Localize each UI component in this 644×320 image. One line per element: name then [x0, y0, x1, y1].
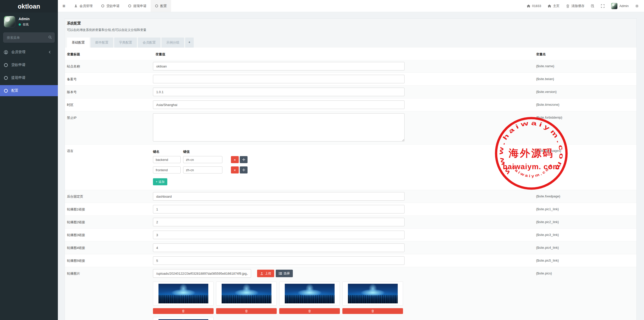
trash-icon — [371, 309, 374, 313]
tab-base-config[interactable]: 基础配置 — [67, 38, 90, 48]
config-row-pic4-link: 轮播图4链接{$site.pic4_link} — [65, 241, 636, 254]
row-title: 轮播图4链接 — [65, 241, 153, 254]
navbar-right: 01833 主页 清除缓存 Admin — [524, 0, 644, 12]
tab-email-config[interactable]: 邮件配置 — [91, 38, 113, 48]
circle-icon — [4, 89, 8, 93]
site-name-input[interactable] — [153, 62, 405, 70]
upload-icon — [260, 272, 263, 275]
delete-image-button[interactable] — [153, 308, 214, 314]
pic2-link-input[interactable] — [153, 218, 405, 226]
timezone-input[interactable] — [153, 100, 405, 109]
config-row-pic1-link: 轮播图1链接{$site.pic1_link} — [65, 203, 636, 216]
delete-language-row-button[interactable]: × — [231, 156, 239, 163]
user-name: Admin — [19, 17, 30, 21]
list-icon — [279, 272, 282, 275]
user-status: 在线 — [19, 22, 30, 27]
pic1-link-input[interactable] — [153, 205, 405, 214]
circle-icon — [128, 4, 131, 8]
settings-button[interactable] — [632, 0, 642, 12]
upload-button[interactable]: 上传 — [257, 270, 274, 277]
pic3-link-input[interactable] — [153, 231, 405, 239]
carousel-image-thumbnail — [153, 317, 214, 320]
variable-name-label: {$site.name} — [536, 64, 554, 68]
move-language-row-button[interactable] — [240, 156, 248, 163]
row-title: 轮播图2链接 — [65, 216, 153, 229]
sidebar-item-member-management[interactable]: 会员管理 — [0, 47, 58, 58]
append-language-button[interactable]: +追加 — [153, 178, 167, 185]
variable-title-label: 时区 — [67, 103, 73, 107]
variable-title-label: 版本号 — [67, 90, 77, 94]
sidebar-item-loan-application[interactable]: 贷款申请 — [0, 59, 58, 70]
carousel-image-thumbnail — [342, 281, 403, 306]
move-icon — [242, 158, 245, 161]
pic5-link-input[interactable] — [153, 256, 405, 265]
fixed-page-input[interactable] — [153, 192, 405, 201]
sidebar-menu: 会员管理贷款申请提现申请配置 — [0, 47, 58, 96]
trash-icon — [308, 309, 311, 313]
fullscreen-icon — [601, 4, 605, 8]
variable-title-label: 轮播图5链接 — [67, 259, 85, 263]
language-icon — [591, 4, 594, 8]
clear-cache-button[interactable]: 清除缓存 — [563, 0, 588, 12]
language-value-input[interactable] — [183, 156, 222, 163]
sidebar-item-configuration[interactable]: 配置 — [0, 85, 58, 96]
circle-icon — [101, 4, 104, 8]
row-title: 语言 — [65, 145, 153, 190]
move-icon — [242, 168, 245, 171]
variable-name-label: {$site.forbiddenip} — [536, 116, 562, 119]
row-title: 轮播图1链接 — [65, 203, 153, 216]
sidebar-toggle-button[interactable]: ≡ — [58, 0, 70, 12]
language-value-input[interactable] — [183, 166, 222, 173]
fullscreen-button[interactable] — [598, 0, 608, 12]
admin-menu[interactable]: Admin — [608, 0, 632, 12]
user-icon — [74, 4, 77, 8]
delete-language-row-button[interactable]: × — [231, 166, 239, 173]
sidebar-item-withdrawal-application[interactable]: 提现申请 — [0, 72, 58, 83]
row-value — [153, 98, 529, 111]
topbar-tab-member-management[interactable]: 会员管理 — [70, 0, 97, 12]
row-value: 键名键值××+追加 — [153, 145, 529, 190]
delete-image-button[interactable] — [216, 308, 277, 314]
row-value: 上传选择 — [153, 267, 529, 320]
topbar-tab-label: 提现申请 — [133, 4, 146, 8]
homepage-link[interactable]: 主页 — [544, 0, 563, 12]
sidebar-item-label: 会员管理 — [11, 50, 25, 54]
variable-name-label: {$site.beian} — [536, 77, 554, 81]
move-language-row-button[interactable] — [240, 166, 248, 173]
site-id-link[interactable]: 01833 — [524, 0, 544, 12]
avatar — [611, 3, 618, 9]
row-varname: {$site.pic4_link} — [529, 241, 636, 254]
key-header-label: 键名 — [153, 150, 183, 154]
pic4-link-input[interactable] — [153, 243, 405, 252]
user-circle-icon — [4, 50, 8, 54]
forbidden-ip-textarea[interactable] — [153, 113, 405, 141]
thumbnail-item — [342, 281, 403, 314]
tab-dictionary-config[interactable]: 字典配置 — [114, 38, 137, 48]
choose-button[interactable]: 选择 — [276, 270, 293, 277]
config-row-forbidden-ip: 禁止IP{$site.forbiddenip} — [65, 111, 636, 145]
thumbnail-item — [153, 281, 214, 314]
language-key-input[interactable] — [153, 156, 181, 163]
topbar-tab-loan-application[interactable]: 贷款申请 — [97, 0, 124, 12]
language-key-input[interactable] — [153, 166, 181, 173]
brand-logo[interactable]: oktloan — [0, 0, 58, 13]
carousel-images-input[interactable] — [153, 269, 251, 278]
delete-image-button[interactable] — [279, 308, 340, 314]
tab-member-config[interactable]: 会员配置 — [138, 38, 160, 48]
tab-example-group[interactable]: 示例分组 — [162, 38, 184, 48]
beian-input[interactable] — [153, 75, 405, 83]
column-header: 变量值 — [153, 48, 529, 60]
language-pair-row: × — [153, 156, 526, 163]
online-status-dot — [19, 23, 21, 26]
variable-name-label: {$site.pic5_link} — [536, 259, 559, 262]
value-header-label: 键值 — [183, 150, 190, 154]
add-group-tab[interactable]: + — [185, 38, 194, 48]
language-button[interactable] — [588, 0, 598, 12]
menu-search-input[interactable] — [3, 32, 55, 43]
delete-image-button[interactable] — [342, 308, 403, 314]
panel-body: 变量标题变量值变量名 站点名称{$site.name}备案号{$site.bei… — [65, 48, 636, 320]
version-input[interactable] — [153, 88, 405, 96]
topbar-tab-withdrawal-application[interactable]: 提现申请 — [124, 0, 151, 12]
topbar-tab-configuration[interactable]: 配置 — [151, 0, 171, 12]
row-value — [153, 111, 529, 145]
